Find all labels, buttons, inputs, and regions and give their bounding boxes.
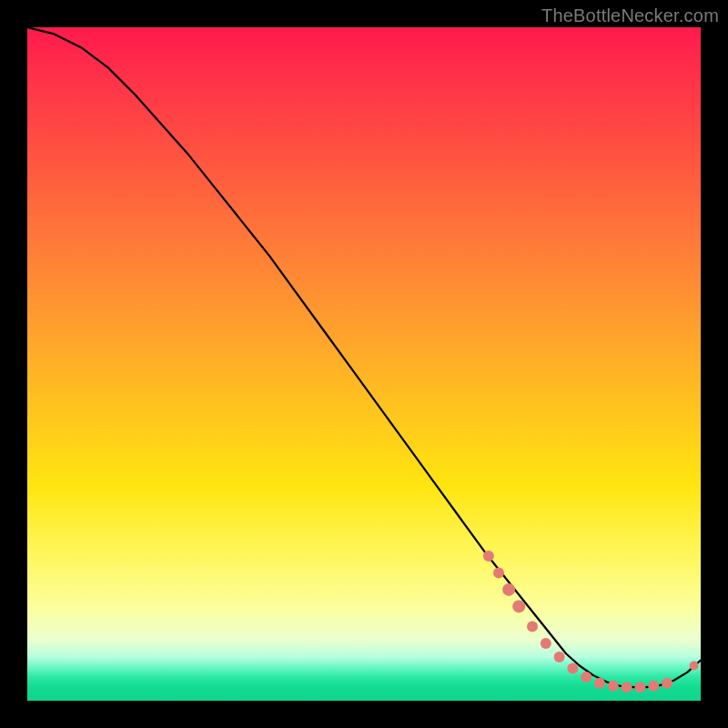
watermark-text: TheBottleNecker.com	[541, 5, 719, 26]
curve-marker	[483, 551, 494, 561]
curve-marker	[594, 678, 605, 689]
curve-marker	[541, 638, 551, 649]
curve-marker	[634, 682, 645, 693]
curve-marker	[512, 600, 525, 612]
curve-marker	[662, 678, 672, 689]
curve-marker	[648, 681, 659, 692]
curve-line	[27, 27, 701, 687]
curve-marker	[690, 662, 699, 671]
curve-marker	[493, 567, 504, 578]
curve-marker	[581, 672, 592, 682]
curve-marker	[608, 681, 619, 692]
curve-marker	[622, 682, 632, 693]
curve-markers	[483, 551, 699, 693]
chart-plot-area	[27, 27, 701, 701]
curve-marker	[554, 652, 565, 662]
curve-marker	[567, 662, 578, 673]
chart-svg	[27, 27, 701, 701]
curve-marker	[527, 622, 538, 632]
curve-marker	[502, 583, 515, 596]
chart-stage: TheBottleNecker.com	[0, 0, 728, 728]
